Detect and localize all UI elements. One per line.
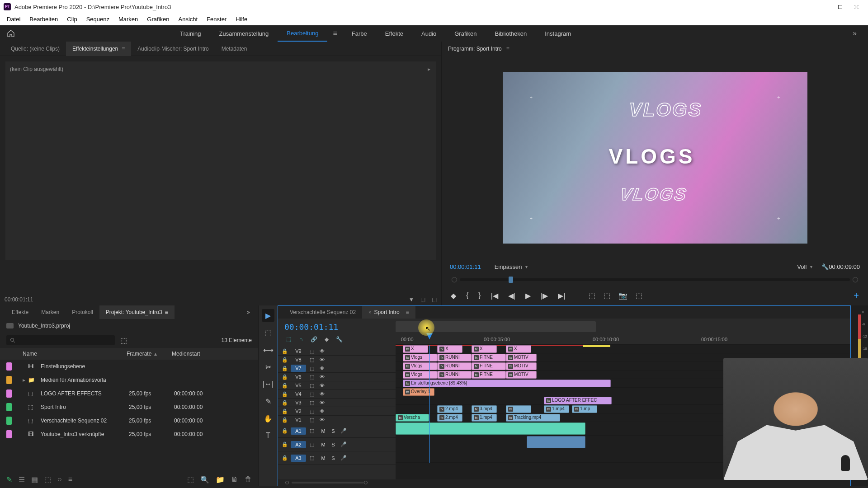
quality-select[interactable]: Voll▾ bbox=[797, 263, 812, 270]
menu-datei[interactable]: Datei bbox=[2, 14, 25, 24]
mute-button[interactable]: M bbox=[320, 455, 327, 461]
lock-icon[interactable]: 🔒 bbox=[282, 348, 287, 354]
project-row[interactable]: ⬚ Sport Intro 25,00 fps 00:00:00:00 bbox=[0, 400, 258, 414]
eye-icon[interactable]: 👁 bbox=[320, 400, 326, 405]
sync-lock-icon[interactable]: ⬚ bbox=[310, 374, 316, 380]
menu-marken[interactable]: Marken bbox=[114, 14, 142, 24]
lock-icon[interactable]: 🔒 bbox=[282, 391, 287, 397]
timeline-clip[interactable]: fxFITNE bbox=[472, 354, 506, 361]
new-bin-footer-icon[interactable]: 📁 bbox=[216, 475, 225, 484]
goto-in-button[interactable]: |◀ bbox=[491, 291, 498, 300]
project-row[interactable]: ⬚ LOGO AFTER EFFECTS 25,00 fps 00:00:00:… bbox=[0, 387, 258, 400]
sync-lock-icon[interactable]: ⬚ bbox=[310, 441, 316, 447]
video-track-header[interactable]: 🔒 V6 ⬚ 👁 bbox=[278, 373, 396, 381]
project-row[interactable]: ⬚ Verschachtelte Sequenz 02 25,00 fps 00… bbox=[0, 414, 258, 427]
timeline-clip[interactable]: fxVlogs bbox=[403, 371, 437, 379]
timeline-clip[interactable]: fx1.mp bbox=[572, 405, 597, 413]
settings-icon[interactable]: 🔧 bbox=[335, 335, 343, 343]
workspace-bibliotheken[interactable]: Bibliotheken bbox=[486, 25, 536, 42]
goto-out-button[interactable]: ▶| bbox=[558, 291, 565, 300]
program-timecode-right[interactable]: 00:00:09:00 bbox=[829, 263, 860, 270]
col-name[interactable]: Name bbox=[23, 351, 127, 357]
timeline-tab-nested[interactable]: Verschachtelte Sequenz 02 bbox=[283, 309, 362, 315]
menu-fenster[interactable]: Fenster bbox=[202, 14, 231, 24]
timeline-clip[interactable]: fx2.mp4 bbox=[437, 414, 462, 422]
project-row[interactable]: 🎞 Einstellungsebene bbox=[0, 360, 258, 373]
sync-lock-icon[interactable]: ⬚ bbox=[310, 348, 316, 354]
sync-lock-icon[interactable]: ⬚ bbox=[310, 357, 316, 363]
wrench-icon[interactable]: 🔧 bbox=[821, 263, 829, 270]
col-framerate[interactable]: Framerate▴ bbox=[127, 351, 172, 357]
timeline-clip[interactable]: fxRUNNI bbox=[437, 354, 472, 361]
comparison-view-button[interactable]: ⬚ bbox=[636, 291, 642, 300]
menu-ansicht[interactable]: Ansicht bbox=[174, 14, 202, 24]
video-track-header[interactable]: 🔒 V9 ⬚ 👁 bbox=[278, 347, 396, 356]
slider-start-handle[interactable] bbox=[452, 277, 457, 282]
program-menu-icon[interactable]: ≡ bbox=[506, 46, 509, 52]
audio-track-header[interactable]: 🔒 A3 ⬚ MS 🎤 bbox=[278, 451, 396, 465]
timeline-clip[interactable]: fxEinstellungsebene [89.43%] bbox=[403, 380, 611, 387]
track-label[interactable]: V5 bbox=[291, 382, 306, 389]
video-track-header[interactable]: 🔒 V3 ⬚ 👁 bbox=[278, 399, 396, 407]
eye-icon[interactable]: 👁 bbox=[320, 383, 326, 388]
workspace-instagram[interactable]: Instagram bbox=[536, 25, 580, 42]
col-mediastart[interactable]: Medienstart bbox=[172, 351, 226, 357]
freeform-view-icon[interactable]: ⬚ bbox=[44, 475, 51, 484]
timeline-clip[interactable]: fxRUNNI bbox=[437, 371, 472, 379]
voice-over-icon[interactable]: 🎤 bbox=[340, 441, 347, 447]
mute-button[interactable]: M bbox=[320, 442, 327, 447]
video-track-header[interactable]: 🔒 V1 ⬚ 👁 bbox=[278, 416, 396, 424]
timeline-clip[interactable]: fxMOTIV bbox=[506, 354, 537, 361]
lock-icon[interactable]: 🔒 bbox=[282, 383, 287, 389]
mark-out-button[interactable]: } bbox=[478, 291, 481, 300]
menu-hilfe[interactable]: Hilfe bbox=[231, 14, 252, 24]
minimize-button[interactable] bbox=[816, 0, 832, 14]
new-item-green[interactable]: ✎ bbox=[6, 475, 12, 484]
list-view-icon[interactable]: ☰ bbox=[19, 475, 25, 484]
track-select-tool[interactable]: ⬚ bbox=[262, 326, 274, 339]
step-forward-button[interactable]: |▶ bbox=[541, 291, 548, 300]
lock-icon[interactable]: 🔒 bbox=[282, 417, 287, 423]
timeline-zoom-end[interactable] bbox=[364, 481, 368, 484]
workspace-training[interactable]: Training bbox=[171, 25, 210, 42]
new-item-footer-icon[interactable]: 🗎 bbox=[231, 475, 238, 484]
ripple-edit-tool[interactable]: ⟷ bbox=[262, 343, 274, 356]
sync-lock-icon[interactable]: ⬚ bbox=[310, 391, 316, 397]
menu-bearbeiten[interactable]: Bearbeiten bbox=[25, 14, 62, 24]
timeline-clip[interactable]: fx1.mp4 bbox=[544, 405, 569, 413]
timeline-clip[interactable]: fx2.mp4 bbox=[437, 405, 462, 413]
track-label[interactable]: V3 bbox=[291, 399, 306, 406]
track-label[interactable]: V7 bbox=[291, 365, 306, 372]
lock-icon[interactable]: 🔒 bbox=[282, 374, 287, 380]
tab-metadaten[interactable]: Metadaten bbox=[215, 42, 254, 56]
eye-icon[interactable]: 👁 bbox=[320, 366, 326, 371]
track-label[interactable]: A1 bbox=[291, 427, 306, 435]
timeline-clip[interactable]: fxFITNE bbox=[472, 371, 506, 379]
timeline-zoom-start[interactable] bbox=[285, 481, 289, 484]
timeline-timecode[interactable]: 00:00:01:11 bbox=[278, 319, 396, 335]
hand-tool[interactable]: ✋ bbox=[262, 412, 274, 425]
lock-icon[interactable]: 🔒 bbox=[282, 428, 287, 434]
timeline-tab-sport-intro[interactable]: ×Sport Intro≡ bbox=[362, 306, 415, 319]
button-editor-add[interactable]: + bbox=[854, 291, 859, 301]
video-track-header[interactable]: 🔒 V7 ⬚ 👁 bbox=[278, 364, 396, 373]
zoom-slider-icon[interactable]: ○ bbox=[57, 475, 62, 483]
timeline-clip[interactable]: fxTracking.mp4 bbox=[506, 414, 560, 422]
sync-lock-icon[interactable]: ⬚ bbox=[310, 455, 316, 461]
voice-over-icon[interactable]: 🎤 bbox=[340, 428, 347, 434]
timeline-clip[interactable]: fxMOTIV bbox=[506, 362, 537, 370]
home-button[interactable] bbox=[5, 28, 17, 39]
solo-button[interactable]: S bbox=[330, 442, 337, 447]
icon-view-icon[interactable]: ▦ bbox=[31, 475, 38, 484]
timeline-clip[interactable]: fx3.mp4 bbox=[472, 405, 497, 413]
workspace-menu-icon[interactable]: ≡ bbox=[327, 29, 342, 38]
delete-icon[interactable]: 🗑 bbox=[245, 475, 252, 484]
workspace-effekte[interactable]: Effekte bbox=[376, 25, 412, 42]
eye-icon[interactable]: 👁 bbox=[320, 357, 326, 362]
video-track-header[interactable]: 🔒 V2 ⬚ 👁 bbox=[278, 407, 396, 416]
find-icon[interactable]: 🔍 bbox=[200, 475, 209, 484]
audio-track-header[interactable]: 🔒 A1 ⬚ MS 🎤 bbox=[278, 424, 396, 438]
maximize-button[interactable] bbox=[832, 0, 848, 14]
tab-effekte-lower[interactable]: Effekte bbox=[5, 309, 35, 315]
menu-grafiken[interactable]: Grafiken bbox=[142, 14, 174, 24]
